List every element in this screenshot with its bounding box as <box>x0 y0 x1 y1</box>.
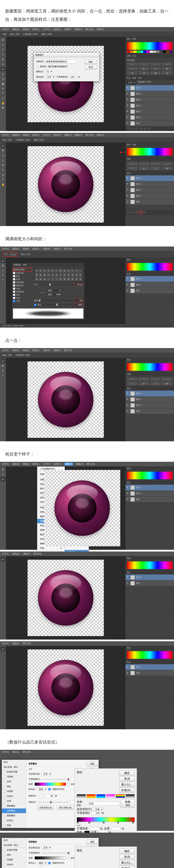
pen-tool[interactable]: ✒ <box>1 86 5 91</box>
grad-new[interactable]: 新建(W) <box>121 799 135 808</box>
tab-styles[interactable]: 样式 <box>132 55 136 57</box>
adj-exposure[interactable]: ☼ <box>162 62 173 66</box>
grad-load[interactable]: 载入(L)... <box>119 782 135 787</box>
layer-row[interactable]: 👁图层 2 <box>126 109 174 115</box>
size-value[interactable]: 122 px <box>74 283 83 286</box>
layer-row[interactable]: 👁图层 4 <box>126 97 174 103</box>
menu-file[interactable]: 文件(F) <box>2 28 9 31</box>
menu-view[interactable]: 视图(V) <box>75 28 82 31</box>
menu-window[interactable]: 窗口(W) <box>85 28 94 31</box>
group-button[interactable] <box>139 127 142 130</box>
menu-select[interactable]: 选择(S) <box>54 28 61 31</box>
op-input[interactable] <box>70 75 77 79</box>
layer-name[interactable]: 图层 6 <box>136 87 141 89</box>
eraser-tool[interactable]: ◫ <box>1 76 5 81</box>
eye-icon[interactable]: 👁 <box>127 104 129 107</box>
adj-button[interactable] <box>135 127 138 130</box>
tab-swatch[interactable]: 色板 <box>132 38 136 40</box>
menu-filter[interactable]: 滤镜(T) <box>64 28 72 31</box>
layer-name[interactable]: 图层 2 <box>136 110 141 113</box>
make-default-button[interactable]: 设置为默认值 <box>37 806 54 810</box>
layer-thumb[interactable] <box>130 110 135 114</box>
spacing-slider[interactable]: 间距130% <box>34 303 83 306</box>
eye-icon[interactable]: 👁 <box>127 116 129 119</box>
tab-brush[interactable]: 画笔 <box>23 264 27 266</box>
layer-row[interactable]: 👁图层 1 <box>126 115 174 121</box>
layer-thumb[interactable] <box>130 98 135 102</box>
layer-name[interactable]: 图层 4 <box>136 98 141 101</box>
mask-button[interactable] <box>131 127 134 130</box>
eye-icon[interactable]: 👁 <box>127 87 129 89</box>
hand-tool[interactable]: ✋ <box>1 101 5 105</box>
blend-mode-select[interactable]: 正常 <box>42 772 51 776</box>
name-input[interactable] <box>45 60 76 63</box>
layer-thumb[interactable] <box>130 115 135 120</box>
brush-tips-grid[interactable]: ●●●●✦✧❋✱●•∙· ✺✹✸✷✶✵✴✳✲✱✰✯ ▬▬▬~~~❀❁❂❃✿✾ <box>34 268 83 282</box>
swatches[interactable] <box>127 51 173 53</box>
new-layer-button[interactable] <box>143 127 147 130</box>
reset-button[interactable]: 复位为默认值 <box>57 806 73 810</box>
gradient-strip[interactable] <box>77 817 135 822</box>
layer-name[interactable]: 图层 1 <box>136 116 141 119</box>
grad-cancel[interactable]: 取消 <box>119 776 135 781</box>
tab-layers[interactable]: 图层 <box>127 77 131 79</box>
ok-button[interactable]: 确定 <box>85 60 97 64</box>
gradient-tool[interactable]: ▦ <box>1 82 5 86</box>
brush-tool[interactable]: 🖌 <box>1 144 5 148</box>
eyedropper-tool[interactable]: ✎ <box>1 62 5 66</box>
layer-thumb[interactable] <box>130 121 135 126</box>
blend-select[interactable]: 正常 <box>127 81 136 84</box>
adj-levels[interactable]: ⬳ <box>138 62 149 66</box>
menu-type[interactable]: 文字(Y) <box>43 28 50 31</box>
adj-brightness[interactable]: ☀ <box>127 62 138 66</box>
layer-row[interactable]: 👁图层 6 <box>126 85 174 91</box>
angle-widget[interactable] <box>34 287 44 298</box>
brush-tool[interactable]: 🖌 <box>1 258 5 263</box>
adj-bw[interactable]: ◧ <box>162 67 173 70</box>
opt-mode[interactable]: 模式: 正常 <box>10 33 20 36</box>
layer-row[interactable]: 👁背景 <box>126 121 174 126</box>
op-val[interactable]: 100% <box>146 81 151 84</box>
layer-name[interactable]: 背景 <box>136 122 140 125</box>
tab-paths[interactable]: 路径 <box>138 77 142 79</box>
preset-grid[interactable] <box>77 794 135 798</box>
adj-lookup[interactable]: ▦ <box>150 71 161 75</box>
canvas-area[interactable]: 新建图层 名称(N): 使用前一图层创建剪贴蒙版(P) 颜色(C): <box>6 37 126 131</box>
tab-color[interactable]: 颜色 <box>127 38 131 40</box>
layer-row[interactable]: 👁图层 5 <box>126 91 174 97</box>
tab-brush-presets[interactable]: 画笔预设 <box>13 264 21 266</box>
layer-name[interactable]: 图层 5 <box>136 93 141 95</box>
stamp-tool[interactable]: ⧈ <box>1 72 5 76</box>
adj-hue[interactable]: ◐ <box>138 67 149 70</box>
gradient-preview[interactable] <box>35 783 66 786</box>
new-layer-button[interactable] <box>139 211 142 214</box>
tab-adjust[interactable]: 调整 <box>127 55 131 57</box>
layer-row[interactable]: 👁图层 3 <box>126 103 174 109</box>
menu-layer[interactable]: 图层(L) <box>33 28 40 31</box>
adj-mixer[interactable]: ⊞ <box>138 71 149 75</box>
menu-edit[interactable]: 编辑(E) <box>12 28 20 31</box>
eye-icon[interactable]: 👁 <box>127 98 129 101</box>
layer-thumb[interactable] <box>130 92 135 96</box>
grad-save[interactable]: 存储(S)... <box>119 788 135 793</box>
move-tool[interactable]: ✥ <box>1 38 5 42</box>
angle-dial[interactable] <box>38 793 43 799</box>
adj-photo[interactable]: ◉ <box>127 71 138 75</box>
brush-tip-shape[interactable]: 画笔笔尖形状 <box>13 268 32 271</box>
gradient-preview-dark[interactable] <box>35 856 66 860</box>
menu-image[interactable]: 图像(I) <box>23 28 30 31</box>
layer-thumb[interactable] <box>130 86 135 90</box>
text-tool[interactable]: T <box>1 91 5 96</box>
adj-invert[interactable]: ◑ <box>162 71 173 75</box>
brush-tool[interactable]: 🖌 <box>1 67 5 71</box>
adj-curves[interactable]: 〰 <box>150 62 161 66</box>
opt-flow[interactable]: 流量: 100% <box>41 33 52 36</box>
clip-checkbox[interactable] <box>36 65 38 68</box>
menu-help[interactable]: 帮助(H) <box>97 28 104 31</box>
trash-button[interactable] <box>147 127 151 130</box>
ok-button[interactable]: 确定 <box>86 762 99 766</box>
grad-ok[interactable]: 确定 <box>119 771 135 776</box>
adj-balance[interactable]: ⚖ <box>150 67 161 70</box>
mode-select[interactable]: 正常 <box>45 75 55 79</box>
menu-filter-open[interactable]: 滤镜(T) <box>64 462 73 466</box>
